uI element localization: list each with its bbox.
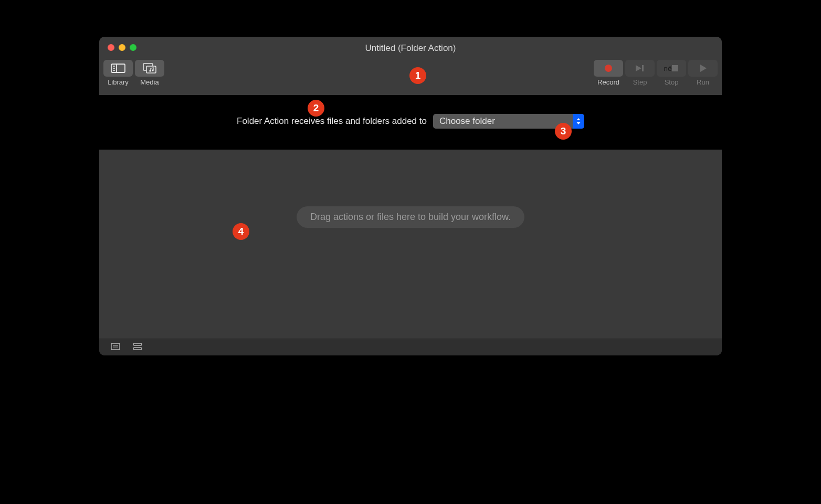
window-wrapper: Untitled (Folder Action) (99, 37, 722, 355)
toolbar-right: Record Step né (594, 60, 718, 86)
workflow-input-header: Folder Action receives files and folders… (99, 95, 722, 150)
toolbar-item-record: Record (594, 60, 623, 86)
run-button[interactable] (688, 60, 718, 77)
media-button[interactable] (135, 60, 164, 77)
stop-icon (671, 65, 679, 72)
svg-rect-11 (642, 65, 644, 71)
app-window: Untitled (Folder Action) (99, 37, 722, 355)
svg-marker-14 (576, 118, 580, 120)
log-view-icon[interactable] (111, 343, 120, 352)
workflow-canvas[interactable]: Drag actions or files here to build your… (99, 150, 722, 339)
stop-label: Stop (665, 78, 679, 86)
callout-3: 3 (555, 123, 572, 140)
svg-rect-19 (133, 343, 142, 345)
stop-button: né (657, 60, 686, 77)
callout-4: 4 (233, 223, 249, 240)
record-label: Record (597, 78, 619, 86)
svg-point-8 (152, 69, 153, 71)
svg-point-9 (605, 65, 612, 72)
toolbar-left: Library Media (103, 60, 164, 86)
run-label: Run (697, 78, 709, 86)
library-label: Library (108, 78, 129, 86)
media-icon (142, 63, 157, 74)
svg-rect-6 (146, 66, 156, 73)
toolbar-item-stop: né Stop (657, 60, 686, 86)
folder-select-label: Choose folder (433, 116, 573, 127)
workflow-drop-placeholder: Drag actions or files here to build your… (297, 206, 524, 228)
library-icon (111, 64, 125, 73)
toolbar-item-media: Media (135, 60, 164, 86)
callout-1: 1 (409, 67, 426, 84)
workflow-input-prompt: Folder Action receives files and folders… (237, 116, 427, 127)
media-label: Media (140, 78, 159, 86)
svg-rect-16 (111, 343, 120, 350)
svg-point-7 (149, 70, 151, 71)
library-button[interactable] (103, 60, 133, 77)
step-icon (634, 64, 646, 72)
svg-marker-10 (636, 65, 641, 71)
record-icon (604, 64, 613, 73)
toolbar-item-run: Run (688, 60, 718, 86)
svg-marker-15 (576, 122, 580, 124)
callout-2: 2 (308, 100, 324, 117)
svg-rect-12 (672, 65, 678, 71)
record-button[interactable] (594, 60, 623, 77)
toolbar-item-library: Library (103, 60, 133, 86)
workflow-view-icon[interactable] (133, 343, 142, 352)
svg-marker-13 (700, 65, 707, 72)
step-label: Step (633, 78, 647, 86)
status-bar (99, 339, 722, 355)
select-arrows-icon (573, 114, 584, 129)
step-button[interactable] (625, 60, 655, 77)
toolbar-item-step: Step (625, 60, 655, 86)
window-title: Untitled (Folder Action) (99, 43, 722, 54)
titlebar: Untitled (Folder Action) (99, 37, 722, 95)
svg-rect-20 (133, 348, 142, 350)
run-icon (699, 64, 707, 72)
